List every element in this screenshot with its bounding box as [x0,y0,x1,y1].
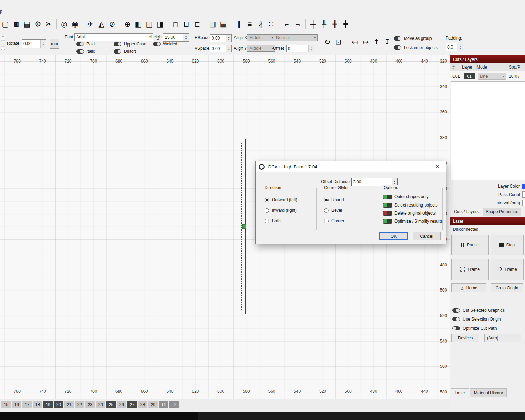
device-select[interactable]: (Auto) [484,334,522,342]
page-tab-22[interactable]: 22 [75,401,84,408]
spinner-arrows[interactable] [183,34,189,41]
user-icon[interactable]: ◉ [70,19,80,30]
optimize-simplify-toggle[interactable]: Optimize / Simplify results [383,219,443,224]
page-tab-25[interactable]: 25 [106,401,116,408]
align-bottom-icon[interactable]: ⊏ [192,19,203,30]
height-input[interactable]: 25.00 [163,33,189,42]
page-tab-17[interactable]: 17 [22,401,32,408]
delete-original-objects-toggle[interactable]: Delete original objects [383,211,436,216]
two-box-b-icon[interactable]: ▦ [218,19,229,30]
bold-toggle[interactable]: Bold [76,42,95,47]
spinner-arrows[interactable] [226,35,231,42]
ok-button[interactable]: OK [379,232,408,240]
rotate-sync-icon[interactable]: ↻ [322,36,333,48]
padding-input[interactable]: 0.0 [446,43,463,51]
radio-inward-right[interactable]: Inward (right) [265,208,297,213]
radio-outward-left[interactable]: Outward (left) [265,197,298,202]
align-y-dropdown[interactable]: Middle [247,45,275,52]
distribute-right-icon[interactable]: ∦ [255,19,266,30]
camera-icon[interactable]: ◙ [11,19,22,30]
tab-cuts-layers[interactable]: Cuts / Layers [451,208,482,216]
page-tab-19[interactable]: 19 [43,401,53,408]
close-icon[interactable]: × [432,163,443,170]
layer-list[interactable] [451,81,525,180]
page-tab-24[interactable]: 24 [96,401,105,408]
layer-color-swatch[interactable] [522,184,525,189]
weld-mode-dropdown[interactable]: Normal [274,34,318,41]
distort-toggle[interactable]: Distort [114,49,136,54]
stop-button[interactable]: Stop [491,234,524,255]
distribute-left-icon[interactable]: ∥ [233,19,244,30]
page-tab-26[interactable]: 26 [117,401,126,408]
align-right-icon[interactable]: ◨ [155,19,166,30]
push-up-icon[interactable]: ↥ [371,36,382,48]
page-tab-16[interactable]: 16 [12,401,21,408]
focus-target-icon[interactable]: ⊕ [122,19,133,30]
outer-shapes-only-toggle[interactable]: Outer shapes only [383,194,428,199]
anchor-radio-bottom[interactable] [1,46,5,50]
pause-button[interactable]: Pause [451,234,489,255]
vspace-input[interactable]: 0.00 [210,45,232,52]
layer-color-chip[interactable]: 01 [464,73,475,79]
node-grid-a-icon[interactable]: ┼ [308,19,318,30]
selected-rectangle[interactable] [71,139,246,314]
selection-handle[interactable] [242,224,246,229]
tab-material-library[interactable]: Material Library [470,388,507,397]
cancel-button[interactable]: Cancel [413,232,441,240]
tools-icon[interactable]: ✂ [43,19,54,30]
radio-corner[interactable]: Corner [324,218,344,223]
lock-inner-objects-toggle[interactable]: Lock inner objects [394,45,438,50]
node-grid-d-icon[interactable]: ╋ [340,19,351,30]
cut-selected-graphics-toggle[interactable]: Cut Selected Graphics [452,308,505,313]
two-box-a-icon[interactable]: ▥ [207,19,218,30]
welded-toggle[interactable]: Welded [153,42,177,47]
move-as-group-toggle[interactable]: Move as group [394,36,432,41]
push-down-icon[interactable]: ↧ [382,36,393,48]
page-tab-T2[interactable]: T2 [169,401,179,408]
go-to-origin-button[interactable]: Go to Origin [491,284,523,292]
print-laser-icon[interactable]: ⊡ [333,36,344,48]
page-tab-20[interactable]: 20 [54,401,63,408]
corner-open-icon[interactable]: ⌐ [281,19,292,30]
distribute-center-icon[interactable]: ≡ [244,19,255,30]
user-group-icon[interactable]: ◎ [59,19,70,30]
page-tab-15[interactable]: 15 [1,401,11,408]
page-tab-28[interactable]: 28 [138,401,147,408]
optimize-cut-path-toggle[interactable]: Optimize Cut Path [452,326,497,331]
tab-shape-properties[interactable]: Shape Properties [483,208,522,216]
align-middle-icon[interactable]: ⊔ [181,19,192,30]
mirror-flip-icon[interactable]: ◭ [96,19,107,30]
page-tab-21[interactable]: 21 [64,401,74,408]
hspace-input[interactable]: 0.00 [210,34,232,42]
distribute-space-icon[interactable]: ∷ [266,19,277,30]
layer-row[interactable]: C01 01 Line 10.0 / [450,71,525,81]
radio-both[interactable]: Both [265,218,281,223]
send-laser-icon[interactable]: ✈ [85,19,96,30]
corner-close-icon[interactable]: ¬ [292,19,303,30]
upper-case-toggle[interactable]: Upper Case [114,42,146,47]
page-tab-27[interactable]: 27 [127,401,137,408]
home-button[interactable]: ⌂ Home [451,284,486,292]
radio-round[interactable]: Round [324,197,344,202]
frame-rubber-band-button[interactable]: Frame [491,259,524,280]
units-mm-button[interactable]: mm [50,39,59,49]
push-right-icon[interactable]: ↦ [360,36,371,48]
align-top-icon[interactable]: ⊓ [170,19,181,30]
align-center-h-icon[interactable]: ◫ [144,19,155,30]
use-selection-origin-toggle[interactable]: Use Selection Origin [452,317,501,322]
rotate-input[interactable]: 0.00 [22,39,46,48]
align-left-icon[interactable]: ◧ [133,19,144,30]
page-tab-T1[interactable]: T1 [159,401,168,408]
layer-mode-dropdown[interactable]: Line [478,73,506,80]
tab-laser[interactable]: Laser [451,388,469,397]
align-x-dropdown[interactable]: Middle [247,34,275,41]
interval-input[interactable] [522,200,525,206]
send-cut-icon[interactable]: ⊘ [107,19,118,30]
offset-input[interactable]: 0 [286,45,314,52]
pass-count-input[interactable] [522,191,525,198]
node-grid-b-icon[interactable]: ╀ [318,19,329,30]
spinner-arrows[interactable] [392,178,397,186]
capture-window-icon[interactable]: ▢ [0,19,11,30]
monitor-icon[interactable]: ▤ [22,19,33,30]
font-dropdown[interactable]: Arial [74,33,153,41]
